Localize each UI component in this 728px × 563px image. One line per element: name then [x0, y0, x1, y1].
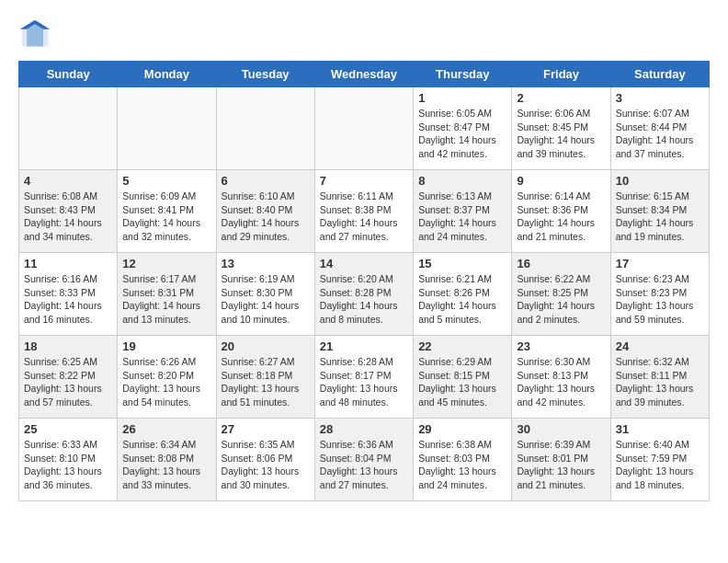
- calendar-cell: [216, 87, 314, 170]
- calendar-cell: 13Sunrise: 6:19 AM Sunset: 8:30 PM Dayli…: [216, 253, 314, 336]
- day-number: 25: [24, 422, 112, 436]
- day-info: Sunrise: 6:16 AM Sunset: 8:33 PM Dayligh…: [24, 272, 112, 327]
- calendar-week-4: 18Sunrise: 6:25 AM Sunset: 8:22 PM Dayli…: [19, 336, 710, 419]
- day-info: Sunrise: 6:40 AM Sunset: 7:59 PM Dayligh…: [616, 438, 704, 492]
- day-number: 29: [418, 422, 506, 436]
- day-number: 21: [320, 339, 408, 353]
- day-number: 13: [222, 257, 310, 270]
- day-number: 5: [122, 174, 210, 188]
- day-info: Sunrise: 6:28 AM Sunset: 8:17 PM Dayligh…: [320, 355, 408, 409]
- day-number: 7: [320, 174, 408, 188]
- day-info: Sunrise: 6:38 AM Sunset: 8:03 PM Dayligh…: [418, 438, 506, 492]
- day-info: Sunrise: 6:33 AM Sunset: 8:10 PM Dayligh…: [24, 438, 112, 492]
- day-info: Sunrise: 6:39 AM Sunset: 8:01 PM Dayligh…: [517, 438, 605, 492]
- calendar-cell: 18Sunrise: 6:25 AM Sunset: 8:22 PM Dayli…: [19, 336, 118, 419]
- day-header-wednesday: Wednesday: [314, 62, 413, 87]
- calendar-cell: 6Sunrise: 6:10 AM Sunset: 8:40 PM Daylig…: [216, 170, 314, 253]
- calendar-cell: 4Sunrise: 6:08 AM Sunset: 8:43 PM Daylig…: [19, 170, 118, 253]
- day-info: Sunrise: 6:06 AM Sunset: 8:45 PM Dayligh…: [517, 107, 605, 161]
- day-info: Sunrise: 6:19 AM Sunset: 8:30 PM Dayligh…: [222, 272, 310, 327]
- day-info: Sunrise: 6:26 AM Sunset: 8:20 PM Dayligh…: [122, 355, 210, 409]
- day-info: Sunrise: 6:36 AM Sunset: 8:04 PM Dayligh…: [320, 438, 408, 492]
- day-number: 14: [320, 257, 408, 270]
- day-header-monday: Monday: [118, 62, 216, 87]
- day-info: Sunrise: 6:32 AM Sunset: 8:11 PM Dayligh…: [616, 355, 704, 409]
- day-number: 24: [616, 339, 704, 353]
- calendar-week-3: 11Sunrise: 6:16 AM Sunset: 8:33 PM Dayli…: [19, 253, 710, 336]
- calendar-cell: 3Sunrise: 6:07 AM Sunset: 8:44 PM Daylig…: [610, 87, 709, 170]
- day-header-tuesday: Tuesday: [216, 62, 314, 87]
- day-info: Sunrise: 6:17 AM Sunset: 8:31 PM Dayligh…: [122, 272, 210, 327]
- calendar-cell: [118, 87, 216, 170]
- day-number: 30: [517, 422, 605, 436]
- day-info: Sunrise: 6:30 AM Sunset: 8:13 PM Dayligh…: [517, 355, 605, 409]
- day-number: 18: [24, 339, 112, 353]
- day-number: 20: [222, 339, 310, 353]
- day-info: Sunrise: 6:05 AM Sunset: 8:47 PM Dayligh…: [418, 107, 506, 161]
- calendar-cell: 26Sunrise: 6:34 AM Sunset: 8:08 PM Dayli…: [118, 419, 216, 501]
- day-header-saturday: Saturday: [610, 62, 709, 87]
- calendar-cell: 17Sunrise: 6:23 AM Sunset: 8:23 PM Dayli…: [610, 253, 709, 336]
- day-number: 8: [418, 174, 506, 188]
- day-number: 23: [517, 339, 605, 353]
- day-number: 22: [418, 339, 506, 353]
- day-number: 19: [122, 339, 210, 353]
- calendar-cell: 27Sunrise: 6:35 AM Sunset: 8:06 PM Dayli…: [216, 419, 314, 501]
- day-number: 10: [616, 174, 704, 188]
- calendar-cell: 11Sunrise: 6:16 AM Sunset: 8:33 PM Dayli…: [19, 253, 118, 336]
- calendar-cell: 2Sunrise: 6:06 AM Sunset: 8:45 PM Daylig…: [512, 87, 610, 170]
- day-number: 2: [517, 91, 605, 105]
- calendar-table: SundayMondayTuesdayWednesdayThursdayFrid…: [18, 61, 710, 501]
- calendar-week-2: 4Sunrise: 6:08 AM Sunset: 8:43 PM Daylig…: [19, 170, 710, 253]
- calendar-cell: 9Sunrise: 6:14 AM Sunset: 8:36 PM Daylig…: [512, 170, 610, 253]
- calendar-cell: 25Sunrise: 6:33 AM Sunset: 8:10 PM Dayli…: [19, 419, 118, 501]
- calendar-cell: 19Sunrise: 6:26 AM Sunset: 8:20 PM Dayli…: [118, 336, 216, 419]
- calendar-cell: 8Sunrise: 6:13 AM Sunset: 8:37 PM Daylig…: [414, 170, 512, 253]
- day-info: Sunrise: 6:21 AM Sunset: 8:26 PM Dayligh…: [418, 272, 506, 327]
- calendar-cell: 23Sunrise: 6:30 AM Sunset: 8:13 PM Dayli…: [512, 336, 610, 419]
- day-number: 17: [616, 257, 704, 270]
- calendar-cell: 24Sunrise: 6:32 AM Sunset: 8:11 PM Dayli…: [610, 336, 709, 419]
- logo: [18, 18, 57, 52]
- day-number: 28: [320, 422, 408, 436]
- day-info: Sunrise: 6:11 AM Sunset: 8:38 PM Dayligh…: [320, 190, 408, 244]
- calendar-cell: 14Sunrise: 6:20 AM Sunset: 8:28 PM Dayli…: [314, 253, 413, 336]
- day-info: Sunrise: 6:15 AM Sunset: 8:34 PM Dayligh…: [616, 190, 704, 244]
- calendar-cell: 12Sunrise: 6:17 AM Sunset: 8:31 PM Dayli…: [118, 253, 216, 336]
- calendar-cell: 15Sunrise: 6:21 AM Sunset: 8:26 PM Dayli…: [414, 253, 512, 336]
- page-header: [18, 18, 710, 52]
- day-info: Sunrise: 6:14 AM Sunset: 8:36 PM Dayligh…: [517, 190, 605, 244]
- day-number: 15: [418, 257, 506, 270]
- day-info: Sunrise: 6:25 AM Sunset: 8:22 PM Dayligh…: [24, 355, 112, 409]
- day-number: 11: [24, 257, 112, 270]
- day-info: Sunrise: 6:27 AM Sunset: 8:18 PM Dayligh…: [222, 355, 310, 409]
- day-info: Sunrise: 6:08 AM Sunset: 8:43 PM Dayligh…: [24, 190, 112, 244]
- calendar-week-1: 1Sunrise: 6:05 AM Sunset: 8:47 PM Daylig…: [19, 87, 710, 170]
- calendar-cell: 29Sunrise: 6:38 AM Sunset: 8:03 PM Dayli…: [414, 419, 512, 501]
- calendar-cell: 22Sunrise: 6:29 AM Sunset: 8:15 PM Dayli…: [414, 336, 512, 419]
- day-number: 1: [418, 91, 506, 105]
- calendar-header-row: SundayMondayTuesdayWednesdayThursdayFrid…: [19, 62, 710, 87]
- day-info: Sunrise: 6:09 AM Sunset: 8:41 PM Dayligh…: [122, 190, 210, 244]
- day-number: 26: [122, 422, 210, 436]
- day-number: 16: [517, 257, 605, 270]
- day-header-sunday: Sunday: [19, 62, 118, 87]
- day-info: Sunrise: 6:07 AM Sunset: 8:44 PM Dayligh…: [616, 107, 704, 161]
- day-info: Sunrise: 6:23 AM Sunset: 8:23 PM Dayligh…: [616, 272, 704, 327]
- day-header-friday: Friday: [512, 62, 610, 87]
- calendar-cell: 31Sunrise: 6:40 AM Sunset: 7:59 PM Dayli…: [610, 419, 709, 501]
- day-number: 12: [122, 257, 210, 270]
- day-info: Sunrise: 6:29 AM Sunset: 8:15 PM Dayligh…: [418, 355, 506, 409]
- calendar-cell: 28Sunrise: 6:36 AM Sunset: 8:04 PM Dayli…: [314, 419, 413, 501]
- day-info: Sunrise: 6:35 AM Sunset: 8:06 PM Dayligh…: [222, 438, 310, 492]
- day-info: Sunrise: 6:34 AM Sunset: 8:08 PM Dayligh…: [122, 438, 210, 492]
- logo-icon: [18, 18, 51, 52]
- day-number: 27: [222, 422, 310, 436]
- day-number: 6: [222, 174, 310, 188]
- calendar-week-5: 25Sunrise: 6:33 AM Sunset: 8:10 PM Dayli…: [19, 419, 710, 501]
- day-number: 4: [24, 174, 112, 188]
- calendar-cell: 30Sunrise: 6:39 AM Sunset: 8:01 PM Dayli…: [512, 419, 610, 501]
- day-number: 31: [616, 422, 704, 436]
- calendar-cell: [314, 87, 413, 170]
- day-number: 3: [616, 91, 704, 105]
